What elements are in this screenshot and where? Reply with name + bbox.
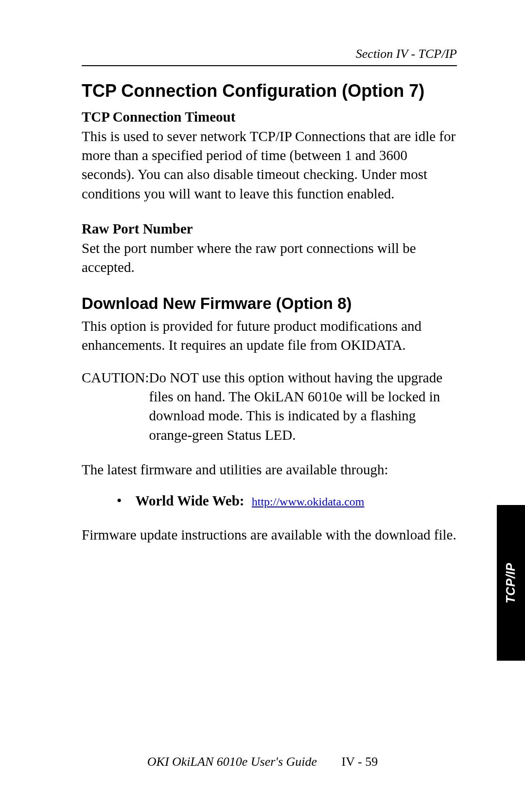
subheading-timeout: TCP Connection Timeout (82, 109, 457, 125)
heading-firmware: Download New Firmware (Option 8) (82, 294, 457, 313)
link-okidata[interactable]: http://www.okidata.com (252, 495, 365, 508)
footer-page-number: IV - 59 (342, 755, 378, 769)
body-rawport: Set the port number where the raw port c… (82, 239, 457, 277)
bullet-icon: • (117, 493, 122, 508)
section-header: Section IV - TCP/IP (82, 47, 457, 61)
heading-tcp-config: TCP Connection Configuration (Option 7) (82, 80, 457, 102)
document-page: Section IV - TCP/IP TCP Connection Confi… (0, 0, 525, 812)
side-tab: TCP/IP (497, 505, 525, 661)
caution-label: CAUTION: (82, 368, 149, 445)
subheading-rawport: Raw Port Number (82, 221, 457, 237)
bullet-www: • World Wide Web: http://www.okidata.com (117, 493, 457, 509)
body-firmware-intro: This option is provided for future produ… (82, 317, 457, 355)
caution-block: CAUTION: Do NOT use this option without … (82, 368, 457, 445)
header-rule (82, 65, 457, 66)
bullet-label: World Wide Web: (136, 493, 245, 508)
body-timeout: This is used to sever network TCP/IP Con… (82, 127, 457, 203)
side-tab-label: TCP/IP (504, 562, 518, 603)
body-available: The latest firmware and utilities are av… (82, 460, 457, 479)
footer-guide-title: OKI OkiLAN 6010e User's Guide (147, 755, 317, 769)
caution-body: Do NOT use this option without having th… (149, 368, 457, 445)
page-footer: OKI OkiLAN 6010e User's Guide IV - 59 (0, 755, 525, 769)
body-closing: Firmware update instructions are availab… (82, 525, 457, 544)
